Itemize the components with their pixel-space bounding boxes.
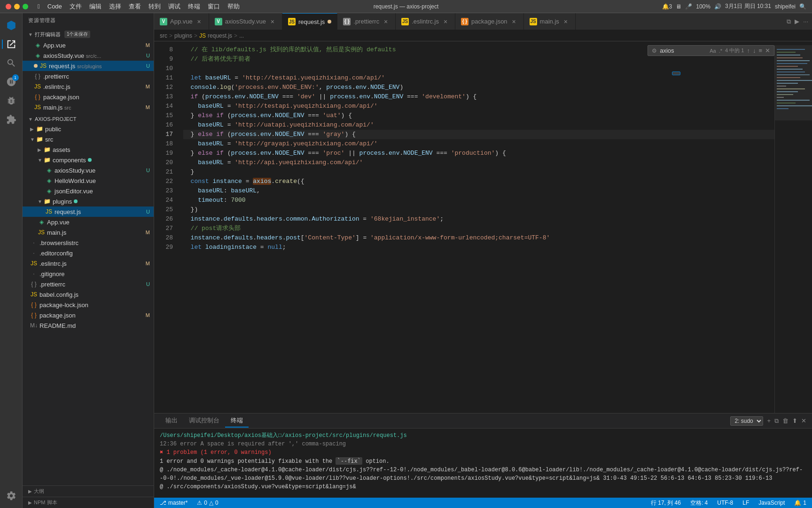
tree-packagejson[interactable]: { } package.json M [23,310,154,320]
tree-axiosstudy[interactable]: ◈ axiosStudy.vue U [23,165,154,175]
tab-modified-dot[interactable] [328,20,331,24]
tree-prettierrc[interactable]: { } .prettierrc U [23,279,154,289]
activity-icon-debug[interactable] [3,92,20,109]
tab-appvue[interactable]: V App.vue × [154,13,209,30]
menu-help[interactable]: 帮助 [227,2,240,11]
mic-icon[interactable]: 🎤 [685,3,692,10]
notification-icon[interactable]: 🔔3 [662,3,672,10]
tree-appvue[interactable]: ◈ App.vue [23,217,154,227]
activity-icon-git[interactable]: 1 [3,73,20,90]
prev-match-btn[interactable]: ↑ [747,47,750,54]
tree-eslintrc[interactable]: JS .eslintrc.js M [23,258,154,269]
tab-close[interactable]: × [510,18,518,25]
tree-requestjs[interactable]: JS request.js U [23,206,154,217]
tree-babelconfig[interactable]: JS babel.config.js [23,289,154,300]
terminal-content[interactable]: /Users/shipeifei/Desktop/axios基础入□/axios… [154,429,812,498]
tab-packagejson[interactable]: { } package.json × [455,13,524,30]
menu-file[interactable]: 文件 [70,2,82,11]
tab-close[interactable]: × [195,18,203,25]
open-file-prettierrc[interactable]: { } .prettierrc [23,71,154,81]
status-encoding[interactable]: UTF-8 [715,500,735,506]
open-file-mainjs[interactable]: JS main.js src M [23,102,154,112]
search-lines-btn[interactable]: ≡ [758,47,762,54]
tree-plugins[interactable]: ▼ 📁 plugins [23,196,154,206]
breadcrumb-plugins[interactable]: plugins [174,32,192,39]
tab-prettierrc[interactable]: { } .prettierrc × [337,13,396,30]
tree-browserslistrc[interactable]: · .browserslistrc [23,238,154,248]
tab-requestjs[interactable]: JS request.js [282,13,337,30]
open-file-appvue[interactable]: ◈ App.vue M [23,40,154,50]
search-input[interactable] [660,47,707,54]
status-language[interactable]: JavaScript [757,500,787,506]
panel-tab-output[interactable]: 输出 [160,414,183,428]
tree-helloworld[interactable]: ◈ HelloWorld.vue [23,175,154,186]
open-editors-label[interactable]: ▼ 打开编辑器 1个未保存 [23,29,154,40]
menu-select[interactable]: 选择 [109,2,121,11]
open-file-eslintrc[interactable]: JS .eslintrc.js M [23,81,154,92]
tab-mainjs[interactable]: JS main.js × [524,13,576,30]
terminal-instance-select[interactable]: 2: sudo [730,416,763,426]
tree-src[interactable]: ▼ 📁 src [23,134,154,144]
menu-code[interactable]: Code [47,3,62,10]
minimize-button[interactable] [14,4,20,9]
code-content[interactable]: // 在 lib/defaults.js 找到的库的默认值, 然后是实例的 de… [178,45,774,413]
trash-terminal-btn[interactable]: 🗑 [782,417,789,424]
sidebar-bottom-outline[interactable]: ▶ 大纲 [23,485,154,497]
menu-view[interactable]: 查看 [129,2,141,11]
status-spaces[interactable]: 空格: 4 [688,499,710,507]
next-match-btn[interactable]: ↓ [753,47,756,54]
breadcrumb-dots[interactable]: ... [239,32,244,39]
tree-gitignore[interactable]: · .gitignore [23,269,154,279]
split-editor-icon[interactable]: ⧉ [787,18,791,25]
close-panel-btn[interactable]: ✕ [801,417,806,424]
code-editor[interactable]: 8 9 10 11 12 13 14 15 16 17 18 19 20 21 … [154,45,774,413]
close-search-btn[interactable]: ✕ [765,47,770,54]
tab-close[interactable]: × [269,18,276,25]
tree-mainjs[interactable]: JS main.js M [23,227,154,238]
apple-menu[interactable]:  [38,3,40,10]
audio-icon[interactable]: 🔊 [714,3,721,10]
search-icon[interactable]: 🔍 [799,3,806,10]
menu-edit[interactable]: 编辑 [89,2,102,11]
menu-debug[interactable]: 调试 [168,2,180,11]
close-button[interactable] [6,4,11,9]
maximize-button[interactable] [23,4,28,9]
tree-editorconfig[interactable]: · .editorconfig [23,248,154,258]
tab-eslintrc[interactable]: JS .eslintrc.js × [396,13,455,30]
more-icon[interactable]: ··· [803,18,808,25]
activity-icon-explorer[interactable] [3,36,20,53]
tree-assets[interactable]: ▶ 📁 assets [23,144,154,155]
tree-jsoneditor[interactable]: ◈ jsonEditor.vue [23,186,154,196]
menu-goto[interactable]: 转到 [148,2,161,11]
status-errors[interactable]: ⚠ 0 △ 0 [195,500,220,506]
add-terminal-btn[interactable]: + [767,417,771,424]
activity-icon-logo[interactable] [3,17,20,34]
panel-tab-terminal[interactable]: 终端 [225,414,249,428]
screen-icon[interactable]: 🖥 [676,3,681,10]
sidebar-bottom-npm[interactable]: ▶ NPM 脚本 [23,497,154,508]
status-eol[interactable]: LF [741,500,751,506]
breadcrumb-src[interactable]: src [160,32,167,39]
breadcrumb-requestjs[interactable]: request.js [208,32,232,39]
tree-packagelockjson[interactable]: { } package-lock.json [23,300,154,310]
tab-close[interactable]: × [442,18,449,25]
tree-readme[interactable]: M↓ README.md [23,320,154,331]
tree-components[interactable]: ▼ 📁 components [23,155,154,165]
open-file-requestjs[interactable]: JS request.js src/plugins U [23,61,154,71]
project-label[interactable]: ▼ AXIOS-PROJECT [23,114,154,124]
status-branch[interactable]: ⎇ master* [158,500,189,506]
panel-tab-debug[interactable]: 调试控制台 [183,414,225,428]
open-file-packagejson[interactable]: { } package.json [23,92,154,102]
play-icon[interactable]: ▶ [795,18,799,25]
tab-axiosstudy[interactable]: V axiosStudy.vue × [209,13,282,30]
search-regex-btn[interactable]: .* [719,48,722,54]
menu-window[interactable]: 窗口 [208,2,220,11]
tab-close[interactable]: × [562,18,570,25]
split-terminal-btn[interactable]: ⧉ [774,417,779,425]
status-notification[interactable]: 🔔 1 [792,500,808,506]
activity-icon-extensions[interactable] [3,111,20,128]
open-file-axiosstudy[interactable]: ◈ axiosStudy.vue src/c... U [23,50,154,61]
activity-icon-search[interactable] [3,55,20,71]
menu-terminal[interactable]: 终端 [188,2,200,11]
tree-public[interactable]: ▶ 📁 public [23,124,154,134]
